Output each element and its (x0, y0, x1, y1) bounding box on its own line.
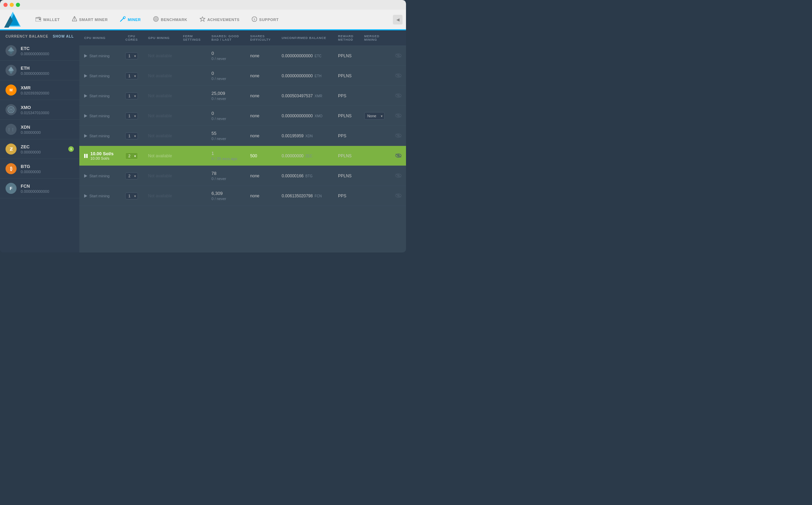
cores-select[interactable]: 1 234 (125, 112, 138, 119)
sidebar-item-xmo[interactable]: XMO 0.015347010000 (0, 100, 79, 120)
cores-select-wrapper[interactable]: 2 234 (125, 172, 138, 179)
sidebar-header: CURRENCY BALANCE Show all (0, 30, 79, 41)
difficulty-cell-ETH: none (245, 66, 277, 86)
btg-icon: ₿ (6, 163, 17, 174)
start-mining-btn[interactable]: Start mining (84, 194, 115, 198)
start-mining-btn[interactable]: Start mining (84, 54, 115, 58)
cpu-mining-cell-ETH[interactable]: Start mining (79, 66, 120, 86)
nav-wallet-label: WALLET (43, 18, 60, 22)
difficulty-value: 500 (250, 154, 257, 158)
cores-select-wrapper[interactable]: 1 234 (125, 132, 138, 139)
eye-cell-ETH[interactable] (390, 66, 406, 86)
minimize-button[interactable] (10, 3, 14, 7)
start-mining-label: Start mining (89, 114, 110, 118)
start-mining-btn[interactable]: Start mining (84, 94, 115, 98)
play-icon (84, 114, 87, 118)
merged-select[interactable]: None (364, 112, 385, 120)
reward-value: PPLNS (338, 73, 351, 78)
ferm-cell-BTG (178, 166, 207, 186)
nav-item-miner[interactable]: MINER (114, 10, 147, 29)
eye-cell-ZEC[interactable] (390, 146, 406, 166)
reward-cell-XMR: PPS (333, 86, 359, 106)
sidebar-item-eth[interactable]: ETH 0.000000000000 (0, 61, 79, 80)
eye-cell-FCN[interactable] (390, 186, 406, 206)
sidebar-item-etc[interactable]: ETC 0.000000000000 (0, 41, 79, 61)
eye-cell-XDN[interactable] (390, 126, 406, 146)
cpu-mining-cell-FCN[interactable]: Start mining (79, 186, 120, 206)
cpu-mining-cell-XMO[interactable]: Start mining (79, 106, 120, 126)
sidebar-item-xdn[interactable]: ⋮⋮ XDN 0.00000000 (0, 120, 79, 139)
eye-icon[interactable] (395, 113, 402, 119)
cores-select[interactable]: 2 234 (125, 172, 138, 179)
cpu-mining-cell-XMR[interactable]: Start mining (79, 86, 120, 106)
merged-select-wrapper[interactable]: None (364, 112, 385, 120)
start-mining-label: Start mining (89, 194, 110, 198)
shares-cell-ZEC: 1 0 / 29 secs ago (207, 146, 245, 166)
cores-select-wrapper[interactable]: 1 234 (125, 92, 138, 99)
nav-item-smart-miner[interactable]: SMART MINER (66, 10, 114, 29)
eye-icon[interactable] (395, 93, 402, 99)
eye-icon[interactable] (395, 73, 402, 79)
cores-select-wrapper[interactable]: 1 234 (125, 72, 138, 79)
eye-icon[interactable] (395, 153, 402, 159)
cores-select-wrapper[interactable]: 2 234 (125, 152, 138, 159)
cores-select-wrapper[interactable]: 1 234 (125, 192, 138, 199)
start-mining-btn[interactable]: Start mining (84, 174, 115, 178)
cpu-mining-cell-ZEC[interactable]: 10.00 Sol/s 10.00 Sol/s (79, 146, 120, 166)
gpu-not-available: Not available (148, 133, 172, 138)
nav-item-benchmark[interactable]: BENCHMARK (147, 10, 194, 29)
eye-cell-BTG[interactable] (390, 166, 406, 186)
cores-select[interactable]: 1 234 (125, 52, 138, 59)
eye-icon[interactable] (395, 173, 402, 179)
sidebar-item-btg[interactable]: ₿ BTG 0.00000000 (0, 159, 79, 179)
sidebar-item-zec[interactable]: Ƶ ZEC 0.00000000 1 (0, 139, 79, 159)
gpu-mining-cell-XDN: Not available (143, 126, 178, 146)
sidebar-item-xmr[interactable]: M XMR 0.020393920000 (0, 80, 79, 100)
cpu-cores-cell-BTG: 2 234 (120, 166, 143, 186)
nav-item-support[interactable]: ? SUPPORT (246, 10, 285, 29)
unconfirmed-cell-XDN: 0.00195959 XDN (277, 126, 333, 146)
gpu-not-available: Not available (148, 113, 172, 118)
smart-miner-icon (72, 16, 77, 23)
nav-collapse-button[interactable]: ◀ (393, 15, 403, 24)
cores-select-wrapper[interactable]: 1 234 (125, 112, 138, 119)
shares-cell-XMR: 25,009 0 / never (207, 86, 245, 106)
window-controls (3, 3, 20, 7)
svg-line-11 (120, 20, 122, 21)
start-mining-btn[interactable]: Start mining (84, 134, 115, 138)
cpu-mining-cell-BTG[interactable]: Start mining (79, 166, 120, 186)
eye-icon[interactable] (395, 193, 402, 199)
gpu-mining-cell-XMO: Not available (143, 106, 178, 126)
merged-cell-XMO: None (359, 106, 390, 126)
zec-name: ZEC (21, 144, 68, 149)
cpu-mining-cell-ETC[interactable]: Start mining (79, 46, 120, 66)
nav-item-wallet[interactable]: WALLET (29, 10, 66, 29)
cores-select[interactable]: 2 234 (125, 152, 138, 159)
cores-select[interactable]: 1 234 (125, 92, 138, 99)
shares-bad-last: 0 / never (211, 117, 240, 121)
eye-icon[interactable] (395, 133, 402, 139)
start-mining-label: Start mining (89, 174, 110, 178)
miner-icon (120, 16, 126, 23)
eye-cell-ETC[interactable] (390, 46, 406, 66)
cores-select-wrapper[interactable]: 1 234 (125, 52, 138, 59)
cores-select[interactable]: 1 234 (125, 192, 138, 199)
eye-cell-XMR[interactable] (390, 86, 406, 106)
close-button[interactable] (3, 3, 8, 7)
cores-select[interactable]: 1 234 (125, 132, 138, 139)
maximize-button[interactable] (16, 3, 20, 7)
table-row: Start mining 1 234 Not available 6,309 0… (79, 186, 406, 206)
shares-good: 0 (211, 51, 240, 56)
sidebar-item-fcn[interactable]: F FCN 0.000000000000 (0, 179, 79, 198)
pause-mining-btn[interactable]: 10.00 Sol/s 10.00 Sol/s (84, 151, 115, 160)
ferm-cell-XMO (178, 106, 207, 126)
eye-icon[interactable] (395, 53, 402, 59)
cores-select[interactable]: 1 234 (125, 72, 138, 79)
eye-cell-XMO[interactable] (390, 106, 406, 126)
start-mining-btn[interactable]: Start mining (84, 114, 115, 118)
fcn-balance: 0.000000000000 (21, 189, 74, 194)
nav-item-achievements[interactable]: ACHIEVEMENTS (194, 10, 246, 29)
cpu-mining-cell-XDN[interactable]: Start mining (79, 126, 120, 146)
start-mining-btn[interactable]: Start mining (84, 74, 115, 78)
show-all-link[interactable]: Show all (53, 34, 74, 38)
